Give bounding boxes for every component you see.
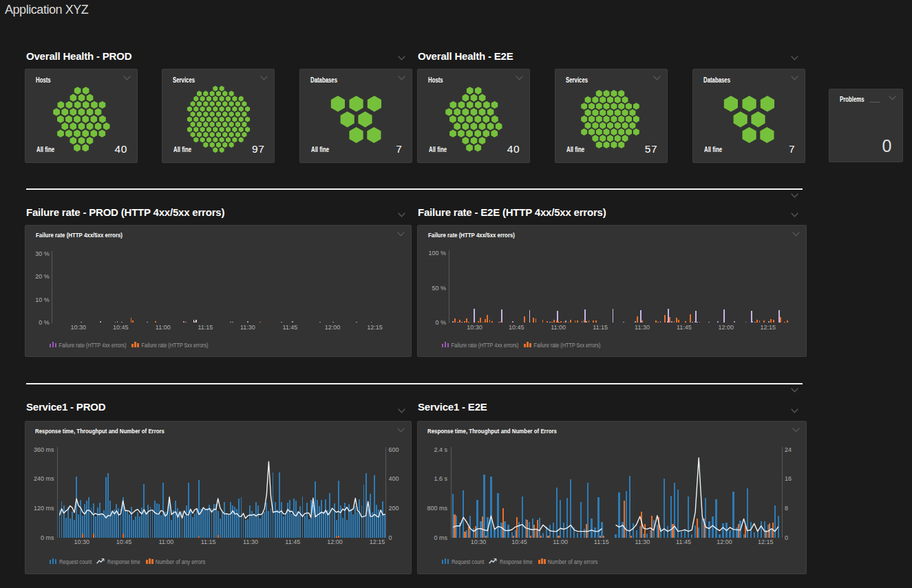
svg-text:Request count: Request count <box>452 557 485 565</box>
svg-text:400: 400 <box>389 475 399 482</box>
svg-text:100 %: 100 % <box>428 250 446 257</box>
svg-text:12:00: 12:00 <box>325 324 341 331</box>
svg-text:Response time: Response time <box>500 557 533 565</box>
svg-text:10:45: 10:45 <box>511 538 527 545</box>
svg-text:11:30: 11:30 <box>240 324 255 331</box>
svg-text:8: 8 <box>785 505 788 512</box>
svg-text:50 %: 50 % <box>432 285 446 292</box>
svg-text:600: 600 <box>389 446 399 453</box>
svg-text:11:00: 11:00 <box>156 324 171 331</box>
svg-text:Number of any errors: Number of any errors <box>548 557 598 565</box>
svg-text:Response time, Throughput and: Response time, Throughput and Number of … <box>35 427 165 435</box>
svg-text:30 %: 30 % <box>35 250 50 257</box>
svg-text:360 ms: 360 ms <box>34 446 54 453</box>
svg-text:1.6 s: 1.6 s <box>434 475 447 482</box>
svg-text:Failure rate (HTTP 4xx errors): Failure rate (HTTP 4xx errors) <box>451 341 518 349</box>
svg-text:200: 200 <box>389 505 399 512</box>
svg-text:0 %: 0 % <box>435 319 446 326</box>
svg-text:10:30: 10:30 <box>467 324 482 331</box>
svg-text:12:15: 12:15 <box>370 538 385 545</box>
svg-text:10:30: 10:30 <box>74 538 90 545</box>
svg-text:11:15: 11:15 <box>593 324 608 331</box>
svg-text:24: 24 <box>785 446 792 453</box>
svg-text:11:15: 11:15 <box>198 324 213 331</box>
svg-text:11:45: 11:45 <box>283 324 298 331</box>
svg-text:10:45: 10:45 <box>113 324 129 331</box>
svg-text:0 %: 0 % <box>39 319 50 326</box>
svg-text:12:15: 12:15 <box>367 324 383 331</box>
svg-text:12:00: 12:00 <box>718 324 734 331</box>
svg-text:10:45: 10:45 <box>509 324 524 331</box>
svg-text:800 ms: 800 ms <box>427 505 447 512</box>
svg-text:11:30: 11:30 <box>635 324 650 331</box>
svg-text:11:15: 11:15 <box>594 538 609 545</box>
svg-text:20 %: 20 % <box>35 273 50 280</box>
svg-text:0: 0 <box>785 534 788 541</box>
svg-text:2.4 s: 2.4 s <box>434 446 447 453</box>
svg-text:120 ms: 120 ms <box>34 505 54 512</box>
svg-text:16: 16 <box>785 475 792 482</box>
svg-text:10:45: 10:45 <box>116 538 132 545</box>
svg-text:11:00: 11:00 <box>551 324 566 331</box>
svg-text:11:30: 11:30 <box>635 538 650 545</box>
svg-text:11:00: 11:00 <box>553 538 568 545</box>
svg-text:Failure rate (HTTP 4xx errors): Failure rate (HTTP 4xx errors) <box>59 341 127 349</box>
svg-text:11:30: 11:30 <box>243 538 258 545</box>
svg-text:Failure rate (HTTP 4xx/5xx err: Failure rate (HTTP 4xx/5xx errors) <box>36 231 123 239</box>
svg-text:11:45: 11:45 <box>676 538 691 545</box>
svg-text:12:15: 12:15 <box>760 324 776 331</box>
svg-text:10:30: 10:30 <box>70 324 86 331</box>
svg-text:Request count: Request count <box>59 557 92 565</box>
svg-text:11:00: 11:00 <box>158 538 173 545</box>
svg-text:11:45: 11:45 <box>677 324 692 331</box>
svg-text:12:15: 12:15 <box>758 538 774 545</box>
svg-text:Failure rate (HTTP 5xx errors): Failure rate (HTTP 5xx errors) <box>142 341 209 349</box>
svg-text:Failure rate (HTTP 5xx errors): Failure rate (HTTP 5xx errors) <box>533 341 600 349</box>
svg-text:11:45: 11:45 <box>285 538 300 545</box>
svg-text:10 %: 10 % <box>35 296 50 303</box>
svg-text:0 ms: 0 ms <box>41 534 54 541</box>
svg-text:Number of any errors: Number of any errors <box>156 557 206 565</box>
svg-text:Response time, Throughput and: Response time, Throughput and Number of … <box>427 427 557 435</box>
svg-text:Response time: Response time <box>107 557 140 565</box>
svg-text:0 ms: 0 ms <box>434 534 447 541</box>
svg-text:10:30: 10:30 <box>471 538 487 545</box>
svg-text:11:15: 11:15 <box>201 538 216 545</box>
svg-text:12:00: 12:00 <box>327 538 343 545</box>
svg-text:Failure rate (HTTP 4xx/5xx err: Failure rate (HTTP 4xx/5xx errors) <box>428 231 515 239</box>
svg-text:0: 0 <box>389 534 392 541</box>
svg-text:240 ms: 240 ms <box>34 475 54 482</box>
svg-text:12:00: 12:00 <box>717 538 732 545</box>
